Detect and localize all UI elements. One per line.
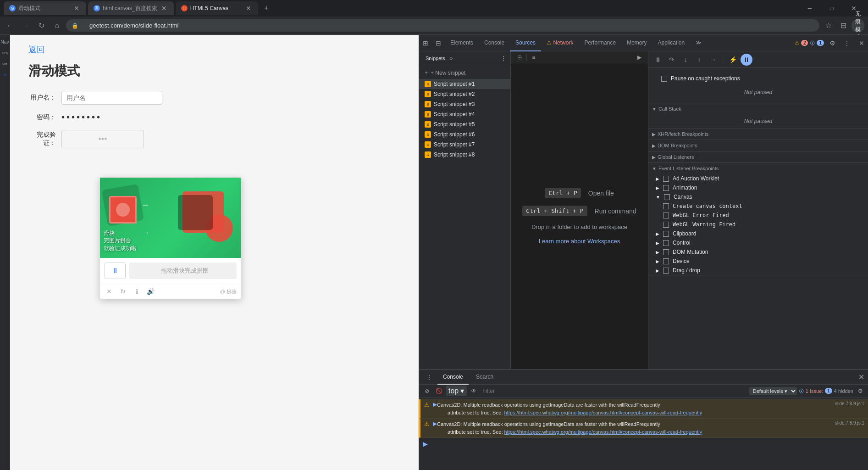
captcha-info-icon[interactable]: ℹ <box>132 287 141 296</box>
tab-3[interactable]: H HTML5 Canvas ✕ <box>176 1 258 15</box>
device-checkbox[interactable] <box>663 258 669 264</box>
tab-2-close[interactable]: ✕ <box>160 5 168 12</box>
add-snippet-button[interactable]: + + New snippet <box>419 67 510 79</box>
sources-nav-more[interactable]: » <box>450 55 453 62</box>
captcha-refresh-icon[interactable]: ↻ <box>118 287 127 296</box>
sources-nav-menu[interactable]: ⋮ <box>500 55 507 62</box>
tab-1-close[interactable]: ✕ <box>72 5 81 12</box>
msg-2-link[interactable]: https://html.spec.whatwg.org/multipage/c… <box>504 429 702 435</box>
console-level-select[interactable]: Default levels ▾ <box>749 387 797 395</box>
console-block-button[interactable]: 🚫 <box>434 386 444 396</box>
console-close-button[interactable]: ✕ <box>858 373 864 381</box>
ad-auction-checkbox[interactable] <box>663 176 669 182</box>
console-settings-icon2[interactable]: ⚙ <box>855 386 865 396</box>
console-prompt-arrow[interactable]: ▶ <box>423 440 428 448</box>
forward-button[interactable]: → <box>19 19 32 32</box>
webgl-error-checkbox[interactable] <box>663 213 669 218</box>
tab-3-close[interactable]: ✕ <box>244 5 253 12</box>
webgl-warning-checkbox[interactable] <box>663 222 669 228</box>
snippet-item-7[interactable]: S Script snippet #7 <box>419 140 510 150</box>
snippet-item-1[interactable]: S Script snippet #1 <box>419 79 510 89</box>
devtools-tab-elements[interactable]: Elements <box>445 35 479 51</box>
console-eye-button[interactable]: 👁 <box>469 386 479 396</box>
nav-icon-3[interactable]: virt <box>1 60 9 68</box>
create-canvas-checkbox[interactable] <box>663 203 669 209</box>
snippet-item-6[interactable]: S Script snippet #6 <box>419 129 510 140</box>
pause-button[interactable]: ⏸ <box>652 54 664 66</box>
devtools-more-icon[interactable]: ⋮ <box>840 37 853 50</box>
pause-exceptions-checkbox[interactable] <box>661 76 667 82</box>
pause-exceptions-label[interactable]: Pause on caught exceptions <box>654 72 862 85</box>
tab-2[interactable]: 百 html canvas_百度搜索 ✕ <box>88 1 174 15</box>
devtools-toggle-icon[interactable]: ⊞ <box>419 37 432 50</box>
back-button[interactable]: ← <box>4 19 17 32</box>
nav-icon-1[interactable]: Nav <box>1 38 9 46</box>
console-clear-button[interactable]: ⊘ <box>422 386 432 396</box>
console-filter-input[interactable] <box>481 388 747 394</box>
devtools-tab-performance[interactable]: Performance <box>579 35 621 51</box>
msg-2-expand[interactable]: ▶ <box>433 420 437 427</box>
captcha-sound-icon[interactable]: 🔊 <box>146 287 155 296</box>
close-button[interactable]: ✕ <box>843 1 864 16</box>
incognito-button[interactable]: 无痕模式 <box>851 19 864 32</box>
restore-button[interactable]: □ <box>821 1 842 16</box>
add-tab-button[interactable]: + <box>260 2 273 15</box>
step-into-button[interactable]: ↓ <box>680 54 691 66</box>
tab-1[interactable]: G 滑动模式 ✕ <box>4 1 86 15</box>
msg-1-link[interactable]: https://html.spec.whatwg.org/multipage/c… <box>504 410 702 415</box>
msg-1-file[interactable]: slide.7.8.9.js:1 <box>835 401 864 406</box>
home-button[interactable]: ⌂ <box>50 19 63 32</box>
reload-button[interactable]: ↻ <box>35 19 48 32</box>
bookmark-button[interactable]: ☆ <box>822 19 835 32</box>
devtools-dock-icon[interactable]: ⊟ <box>432 37 445 50</box>
event-listener-bp-header[interactable]: ▼ Event Listener Breakpoints <box>648 163 868 174</box>
username-input[interactable] <box>61 91 162 105</box>
console-settings-icon[interactable]: ⋮ <box>423 371 436 384</box>
devtools-tab-memory[interactable]: Memory <box>621 35 652 51</box>
devtools-tab-console[interactable]: Console <box>479 35 510 51</box>
url-input[interactable] <box>82 19 814 32</box>
editor-toggle-icon[interactable]: ⊟ <box>514 52 525 62</box>
console-tab-console[interactable]: Console <box>437 370 469 385</box>
snippet-item-4[interactable]: S Script snippet #4 <box>419 109 510 119</box>
deactivate-button[interactable]: ⚡ <box>727 54 739 66</box>
devtools-tab-more[interactable]: ≫ <box>690 35 707 51</box>
minimize-button[interactable]: ─ <box>799 1 820 16</box>
devtools-close-icon[interactable]: ✕ <box>855 37 868 50</box>
step-button[interactable]: → <box>707 54 719 66</box>
snippet-item-8[interactable]: S Script snippet #8 <box>419 150 510 160</box>
control-checkbox[interactable] <box>663 240 669 246</box>
snippet-item-5[interactable]: S Script snippet #5 <box>419 119 510 129</box>
editor-format-icon[interactable]: ≡ <box>529 52 539 62</box>
animation-checkbox[interactable] <box>663 185 669 191</box>
nav-icon-2[interactable]: Dra <box>1 49 9 57</box>
clipboard-checkbox[interactable] <box>663 231 669 237</box>
call-stack-header[interactable]: ▼ Call Stack <box>648 103 868 114</box>
breakpoints-active-button[interactable]: ⏸ <box>741 54 752 66</box>
back-link[interactable]: 返回 <box>28 44 45 55</box>
nav-icon-4[interactable]: P <box>1 71 9 79</box>
devtools-settings-icon[interactable]: ⚙ <box>826 37 839 50</box>
split-view-button[interactable]: ⊟ <box>837 19 850 32</box>
canvas-checkbox[interactable] <box>664 194 670 200</box>
global-listeners-header[interactable]: ▶ Global Listeners <box>648 151 868 162</box>
console-tab-search[interactable]: Search <box>470 370 499 385</box>
top-context-selector[interactable]: top ▾ <box>446 386 467 396</box>
captcha-slider-track[interactable]: 拖动滑块完成拼图 <box>129 263 237 279</box>
step-out-button[interactable]: ↑ <box>693 54 705 66</box>
dom-mutation-checkbox[interactable] <box>663 249 669 255</box>
snippet-item-2[interactable]: S Script snippet #2 <box>419 89 510 99</box>
msg-2-file[interactable]: slide.7.8.9.js:1 <box>835 420 864 425</box>
dom-breakpoints-header[interactable]: ▶ DOM Breakpoints <box>648 140 868 151</box>
devtools-tab-sources[interactable]: Sources <box>510 35 541 51</box>
msg-1-expand[interactable]: ▶ <box>433 401 437 408</box>
devtools-tab-application[interactable]: Application <box>652 35 690 51</box>
captcha-close-icon[interactable]: ✕ <box>105 287 114 296</box>
snippet-item-3[interactable]: S Script snippet #3 <box>419 99 510 109</box>
step-over-button[interactable]: ↷ <box>666 54 678 66</box>
xhr-breakpoints-header[interactable]: ▶ XHR/fetch Breakpoints <box>648 129 868 140</box>
devtools-tab-network[interactable]: ⚠ Network <box>541 35 579 51</box>
captcha-slider-handle[interactable]: ⏸ <box>105 263 126 279</box>
editor-run-icon[interactable]: ▶ <box>634 52 644 62</box>
learn-more-link[interactable]: Learn more about Workspaces <box>539 238 620 245</box>
